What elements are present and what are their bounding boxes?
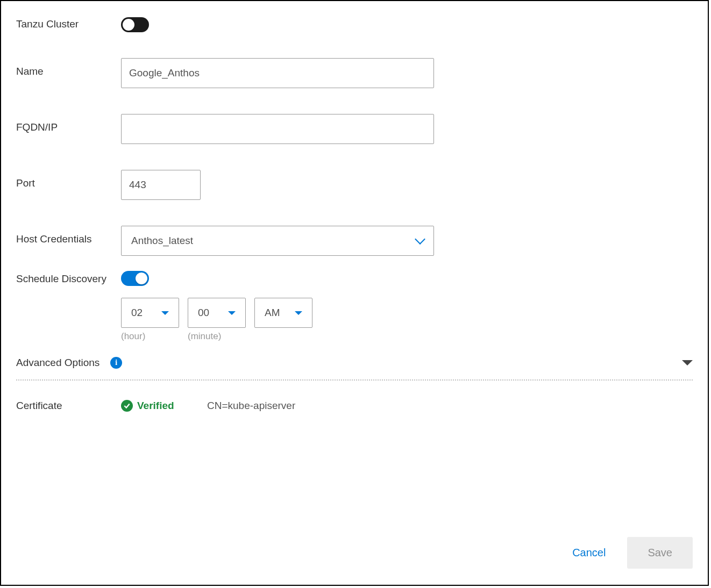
label-certificate: Certificate	[16, 400, 121, 412]
row-advanced-options: Advanced Options i	[16, 357, 693, 369]
host-credentials-value: Anthos_latest	[131, 235, 193, 247]
chevron-down-icon	[295, 311, 302, 315]
minute-value: 00	[198, 307, 209, 319]
minute-group: 00 (minute)	[188, 298, 246, 342]
hour-group: 02 (hour)	[121, 298, 179, 342]
cancel-button[interactable]: Cancel	[572, 547, 606, 559]
toggle-knob	[123, 19, 134, 31]
ctrl-name	[121, 58, 693, 88]
hour-value: 02	[131, 307, 143, 319]
toggle-knob	[136, 273, 147, 284]
ampm-group: AM	[254, 298, 312, 342]
schedule-discovery-toggle[interactable]	[121, 271, 149, 286]
row-port: Port	[16, 170, 693, 200]
save-button[interactable]: Save	[627, 537, 693, 569]
ctrl-tanzu-cluster	[121, 17, 693, 32]
certificate-status: Verified	[121, 400, 207, 412]
row-name: Name	[16, 58, 693, 88]
row-certificate: Certificate Verified CN=kube-apiserver	[16, 400, 693, 412]
hour-select[interactable]: 02	[121, 298, 179, 328]
expand-icon[interactable]	[682, 360, 693, 365]
host-credentials-select[interactable]: Anthos_latest	[121, 226, 434, 256]
label-host-credentials: Host Credentials	[16, 226, 121, 245]
label-port: Port	[16, 170, 121, 189]
ctrl-schedule-discovery: 02 (hour) 00 (minute) AM	[121, 271, 693, 342]
label-schedule-discovery: Schedule Discovery	[16, 271, 121, 286]
ctrl-port	[121, 170, 693, 200]
footer-actions: Cancel Save	[572, 537, 693, 569]
minute-caption: (minute)	[188, 331, 246, 342]
ctrl-fqdn	[121, 114, 693, 144]
ctrl-host-credentials: Anthos_latest	[121, 226, 693, 256]
row-tanzu-cluster: Tanzu Cluster	[16, 17, 693, 32]
time-row: 02 (hour) 00 (minute) AM	[121, 298, 693, 342]
name-input[interactable]	[121, 58, 434, 88]
fqdn-input[interactable]	[121, 114, 434, 144]
label-name: Name	[16, 58, 121, 77]
chevron-down-icon	[415, 234, 425, 245]
adv-left: Advanced Options i	[16, 357, 122, 369]
ampm-select[interactable]: AM	[254, 298, 312, 328]
certificate-status-text: Verified	[137, 400, 174, 412]
certificate-detail: CN=kube-apiserver	[207, 400, 295, 412]
form-frame: Tanzu Cluster Name FQDN/IP Port Host Cre…	[0, 0, 709, 586]
port-input[interactable]	[121, 170, 201, 200]
row-fqdn: FQDN/IP	[16, 114, 693, 144]
section-divider	[16, 379, 693, 381]
tanzu-cluster-toggle[interactable]	[121, 17, 149, 32]
row-schedule-discovery: Schedule Discovery 02 (hour) 00	[16, 271, 693, 342]
row-host-credentials: Host Credentials Anthos_latest	[16, 226, 693, 256]
info-icon[interactable]: i	[110, 357, 122, 369]
label-fqdn: FQDN/IP	[16, 114, 121, 133]
ampm-value: AM	[265, 307, 280, 319]
chevron-down-icon	[228, 311, 236, 315]
chevron-down-icon	[161, 311, 169, 315]
hour-caption: (hour)	[121, 331, 179, 342]
label-tanzu-cluster: Tanzu Cluster	[16, 17, 121, 30]
check-circle-icon	[121, 400, 133, 412]
label-advanced-options: Advanced Options	[16, 357, 99, 369]
minute-select[interactable]: 00	[188, 298, 246, 328]
